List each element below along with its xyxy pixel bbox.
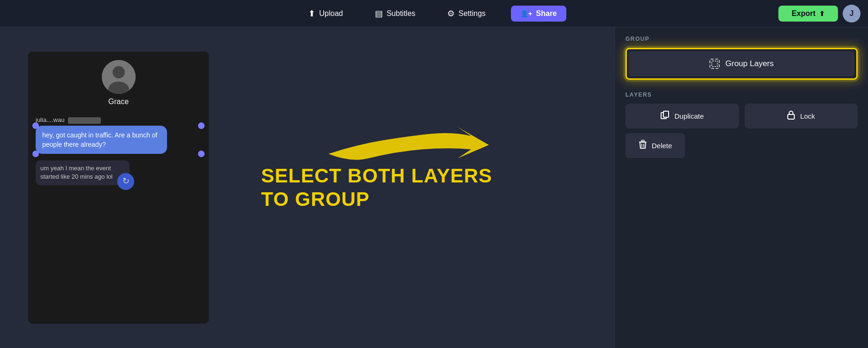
group-layers-icon: [709, 59, 720, 69]
settings-icon: [447, 8, 455, 19]
self-text: um yeah I mean the event started like 20…: [40, 165, 113, 180]
chat-other-name: julia....wau: [36, 116, 201, 124]
avatar-label: J: [850, 9, 854, 18]
share-button[interactable]: Share: [511, 6, 566, 22]
duplicate-button[interactable]: Duplicate: [625, 104, 739, 129]
svg-point-1: [113, 66, 125, 78]
canvas-area: Grace julia....wau hey, got caug: [0, 27, 615, 348]
subtitles-button[interactable]: Subtitles: [368, 6, 422, 22]
group-layers-button[interactable]: Group Layers: [629, 51, 854, 76]
layers-section: LAYERS Duplicate: [615, 85, 868, 163]
delete-button[interactable]: Delete: [625, 133, 685, 158]
chat-area: julia....wau hey, got caught in traffic.…: [28, 112, 209, 190]
svg-rect-8: [641, 140, 644, 142]
settings-button[interactable]: Settings: [441, 6, 492, 22]
delete-row: Delete: [625, 133, 858, 158]
top-nav: Upload Subtitles Settings Share Export J: [0, 0, 868, 27]
delete-label: Delete: [652, 142, 672, 150]
group-section: GROUP Group Layers: [615, 27, 868, 84]
chat-self-bubble: um yeah I mean the event started like 20…: [36, 160, 129, 185]
subtitles-icon: [375, 8, 383, 19]
svg-rect-5: [663, 111, 669, 117]
nav-right: Export J: [778, 5, 860, 23]
chat-bubble: hey, got caught in traffic. Are a bunch …: [36, 126, 167, 154]
svg-rect-3: [712, 61, 717, 67]
share-label: Share: [536, 9, 556, 18]
handle-top-right: [198, 122, 205, 129]
lock-label: Lock: [800, 112, 815, 120]
handle-bottom-right: [198, 151, 205, 157]
upload-icon: [308, 8, 315, 19]
phone-mockup: Grace julia....wau hey, got caug: [28, 52, 209, 324]
bubble-text: hey, got caught in traffic. Are a bunch …: [42, 131, 157, 148]
settings-label: Settings: [458, 9, 486, 18]
export-icon: [819, 9, 825, 18]
group-layers-highlighted: Group Layers: [625, 48, 858, 80]
handle-top-left: [32, 122, 39, 129]
handle-bottom-left: [32, 151, 39, 157]
group-layers-label: Group Layers: [725, 59, 774, 68]
delete-icon: [639, 140, 647, 151]
main-area: Grace julia....wau hey, got caug: [0, 27, 868, 348]
duplicate-icon: [660, 110, 670, 122]
profile-section: Grace: [28, 52, 209, 112]
group-section-label: GROUP: [625, 36, 858, 42]
duplicate-label: Duplicate: [674, 112, 704, 120]
share-icon: [520, 9, 532, 18]
instruction-text: SELECT BOTH LAYERSTO GROUP: [261, 164, 492, 212]
chat-bubble-selection: hey, got caught in traffic. Are a bunch …: [36, 126, 201, 154]
export-button[interactable]: Export: [778, 6, 838, 22]
lock-button[interactable]: Lock: [745, 104, 858, 129]
export-label: Export: [792, 9, 815, 18]
avatar: [102, 60, 136, 94]
profile-name: Grace: [108, 98, 129, 106]
avatar-button[interactable]: J: [843, 5, 860, 23]
upload-button[interactable]: Upload: [302, 6, 350, 22]
lock-icon: [787, 110, 795, 122]
right-panel: GROUP Group Layers LAYERS: [615, 27, 868, 348]
refresh-icon: ↻: [117, 173, 134, 190]
upload-label: Upload: [319, 9, 343, 18]
layers-section-label: LAYERS: [625, 91, 858, 98]
duplicate-lock-row: Duplicate Lock: [625, 104, 858, 129]
subtitles-label: Subtitles: [387, 9, 415, 18]
svg-rect-6: [788, 114, 794, 119]
name-bar: [68, 117, 101, 124]
